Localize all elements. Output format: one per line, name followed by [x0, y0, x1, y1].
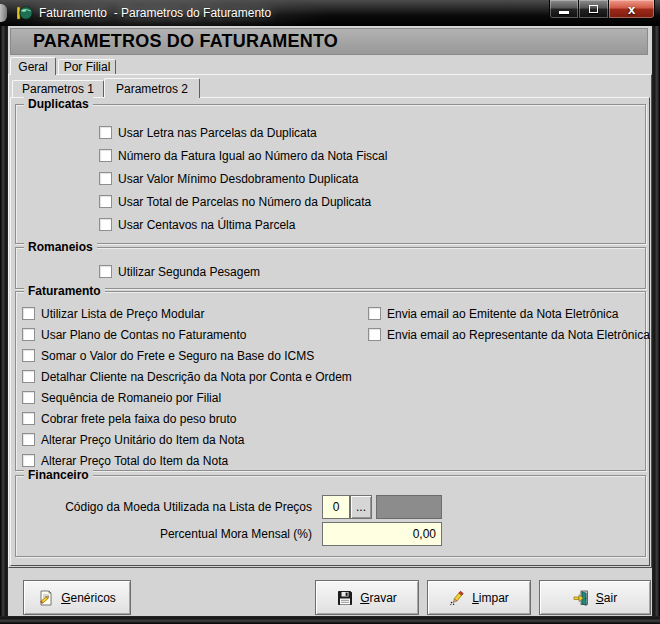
window-title: Faturamento - Parametros do Faturamento	[39, 6, 271, 20]
eraser-pencil-icon	[449, 590, 465, 606]
group-duplicatas: Duplicatas Usar Letra nas Parcelas da Du…	[15, 104, 646, 244]
checkbox-label: Somar o Valor do Frete e Seguro na Base …	[41, 349, 314, 363]
moeda-descricao-readonly-field	[376, 495, 442, 519]
tab-parametros-2-label: Parametros 2	[116, 82, 188, 96]
moeda-browse-button[interactable]: ...	[350, 495, 372, 519]
checkbox-alterar-preco-unitario[interactable]: Alterar Preço Unitário do Item da Nota	[22, 432, 244, 447]
genericos-button[interactable]: Genéricos	[23, 580, 131, 615]
checkbox-label: Alterar Preço Total do Item da Nota	[41, 454, 228, 468]
document-pencil-icon	[38, 590, 54, 606]
genericos-button-label: Genéricos	[61, 591, 116, 605]
checkbox-label: Envia email ao Emitente da Nota Eletrôni…	[387, 307, 618, 321]
sair-button[interactable]: Sair	[539, 580, 651, 615]
tab-por-filial-label: Por Filial	[64, 60, 111, 74]
checkbox-unchecked-icon[interactable]	[22, 370, 35, 383]
maximize-icon	[589, 5, 598, 13]
checkbox-unchecked-icon[interactable]	[99, 265, 112, 278]
tab-parametros-1[interactable]: Parametros 1	[12, 80, 104, 97]
checkbox-label: Utilizar Segunda Pesagem	[118, 265, 260, 279]
checkbox-unchecked-icon[interactable]	[22, 433, 35, 446]
checkbox-unchecked-icon[interactable]	[22, 454, 35, 467]
window-border-bottom[interactable]	[0, 616, 660, 624]
moeda-codigo-label: Código da Moeda Utilizada na Lista de Pr…	[16, 495, 312, 519]
group-financeiro-title: Financeiro	[24, 468, 93, 483]
gravar-button-label: Gravar	[360, 591, 397, 605]
checkbox-label: Envia email ao Representante da Nota Ele…	[387, 328, 650, 342]
checkbox-plano-contas-faturamento[interactable]: Usar Plano de Contas no Faturamento	[22, 327, 246, 342]
checkbox-cobrar-frete-peso-bruto[interactable]: Cobrar frete pela faixa do peso bruto	[22, 411, 236, 426]
checkbox-alterar-preco-total[interactable]: Alterar Preço Total do Item da Nota	[22, 453, 228, 468]
checkbox-valor-minimo-desdobramento[interactable]: Usar Valor Mínimo Desdobramento Duplicat…	[99, 171, 359, 186]
checkbox-usar-letra-parcelas[interactable]: Usar Letra nas Parcelas da Duplicata	[99, 125, 317, 140]
checkbox-unchecked-icon[interactable]	[22, 391, 35, 404]
checkbox-label: Usar Centavos na Última Parcela	[118, 218, 295, 232]
checkbox-lista-preco-modular[interactable]: Utilizar Lista de Preço Modular	[22, 306, 204, 321]
client-area: PARAMETROS DO FATURAMENTO Geral Por Fili…	[8, 26, 652, 616]
tab-geral-label: Geral	[18, 60, 47, 74]
window-border-right[interactable]	[652, 26, 660, 624]
tab-parametros-1-label: Parametros 1	[22, 82, 94, 96]
page-title-bar: PARAMETROS DO FATURAMENTO	[10, 28, 648, 55]
sair-button-label: Sair	[596, 591, 617, 605]
page-title: PARAMETROS DO FATURAMENTO	[33, 31, 338, 52]
checkbox-sequencia-romaneio-filial[interactable]: Sequência de Romaneio por Filial	[22, 390, 221, 405]
checkbox-unchecked-icon[interactable]	[99, 126, 112, 139]
checkbox-unchecked-icon[interactable]	[22, 307, 35, 320]
group-romaneios-title: Romaneios	[24, 240, 97, 255]
group-faturamento: Faturamento Utilizar Lista de Preço Modu…	[15, 291, 646, 471]
checkbox-label: Cobrar frete pela faixa do peso bruto	[41, 412, 236, 426]
checkbox-unchecked-icon[interactable]	[22, 349, 35, 362]
checkbox-centavos-ultima-parcela[interactable]: Usar Centavos na Última Parcela	[99, 217, 295, 232]
gravar-button[interactable]: Gravar	[315, 580, 419, 615]
checkbox-email-emitente-nfe[interactable]: Envia email ao Emitente da Nota Eletrôni…	[368, 306, 618, 321]
checkbox-segunda-pesagem[interactable]: Utilizar Segunda Pesagem	[99, 264, 260, 279]
checkbox-total-parcelas-numero[interactable]: Usar Total de Parcelas no Número da Dupl…	[99, 194, 371, 209]
app-window: Faturamento - Parametros do Faturamento …	[0, 0, 660, 624]
limpar-button-label: Limpar	[472, 591, 509, 605]
checkbox-label: Alterar Preço Unitário do Item da Nota	[41, 433, 244, 447]
checkbox-somar-frete-seguro-icms[interactable]: Somar o Valor do Frete e Seguro na Base …	[22, 348, 314, 363]
group-faturamento-title: Faturamento	[24, 284, 105, 299]
checkbox-label: Usar Valor Mínimo Desdobramento Duplicat…	[118, 172, 359, 186]
minimize-icon	[559, 11, 569, 14]
tab-por-filial[interactable]: Por Filial	[58, 59, 116, 74]
exit-door-icon	[573, 590, 589, 606]
caption-buttons: x	[549, 0, 655, 19]
checkbox-label: Usar Plano de Contas no Faturamento	[41, 328, 246, 342]
group-financeiro: Financeiro Código da Moeda Utilizada na …	[15, 475, 646, 557]
mora-mensal-label: Percentual Mora Mensal (%)	[16, 522, 312, 546]
tab-sheet-parametros-2: Duplicatas Usar Letra nas Parcelas da Du…	[10, 97, 650, 566]
mora-mensal-input[interactable]	[322, 522, 442, 546]
checkbox-unchecked-icon[interactable]	[368, 307, 381, 320]
checkbox-detalhar-cliente-descricao[interactable]: Detalhar Cliente na Descrição da Nota po…	[22, 369, 352, 384]
checkbox-unchecked-icon[interactable]	[22, 328, 35, 341]
save-floppy-icon	[337, 590, 353, 606]
checkbox-numero-fatura-igual-nota[interactable]: Número da Fatura Igual ao Número da Nota…	[99, 148, 387, 163]
checkbox-label: Número da Fatura Igual ao Número da Nota…	[118, 149, 387, 163]
minimize-button[interactable]	[549, 0, 579, 19]
app-icon	[17, 5, 33, 21]
group-romaneios: Romaneios Utilizar Segunda Pesagem	[15, 247, 646, 289]
limpar-button[interactable]: Limpar	[427, 580, 531, 615]
group-duplicatas-title: Duplicatas	[24, 97, 93, 112]
checkbox-label: Detalhar Cliente na Descrição da Nota po…	[41, 370, 352, 384]
checkbox-label: Usar Letra nas Parcelas da Duplicata	[118, 126, 317, 140]
tab-geral[interactable]: Geral	[10, 57, 56, 75]
close-button[interactable]: x	[609, 0, 655, 19]
checkbox-label: Utilizar Lista de Preço Modular	[41, 307, 204, 321]
close-icon: x	[628, 1, 635, 18]
checkbox-unchecked-icon[interactable]	[22, 412, 35, 425]
checkbox-unchecked-icon[interactable]	[99, 172, 112, 185]
checkbox-label: Usar Total de Parcelas no Número da Dupl…	[118, 195, 371, 209]
checkbox-unchecked-icon[interactable]	[368, 328, 381, 341]
window-border-left[interactable]	[0, 26, 8, 624]
checkbox-unchecked-icon[interactable]	[99, 218, 112, 231]
adjacent-window-artifact	[0, 4, 7, 22]
titlebar[interactable]: Faturamento - Parametros do Faturamento …	[0, 0, 660, 26]
checkbox-unchecked-icon[interactable]	[99, 195, 112, 208]
maximize-button[interactable]	[579, 0, 609, 19]
tab-parametros-2[interactable]: Parametros 2	[104, 78, 200, 98]
checkbox-email-representante-nfe[interactable]: Envia email ao Representante da Nota Ele…	[368, 327, 650, 342]
checkbox-unchecked-icon[interactable]	[99, 149, 112, 162]
moeda-codigo-input[interactable]	[322, 495, 350, 519]
